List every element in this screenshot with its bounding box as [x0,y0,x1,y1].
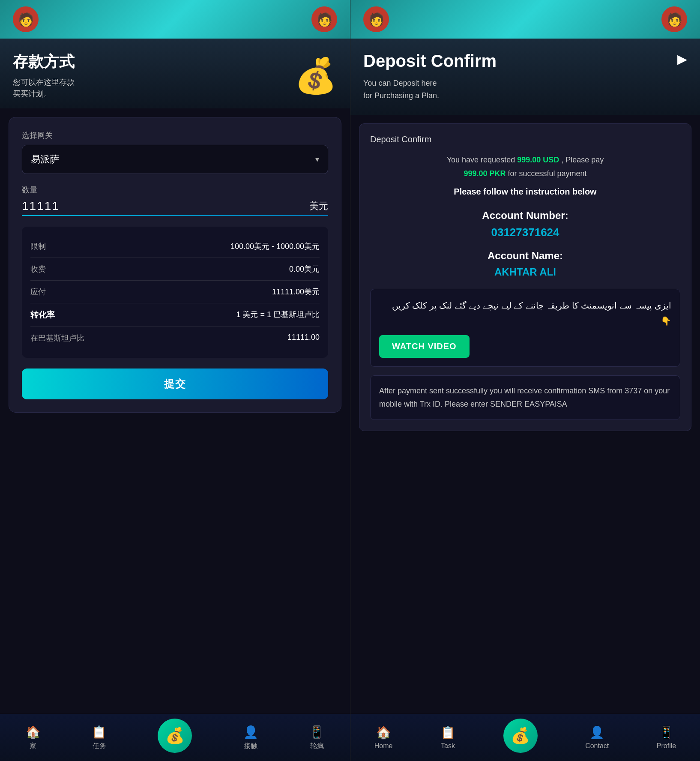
contact-icon-right: 👤 [589,725,604,740]
nav-task-left[interactable]: 📋 任务 [92,725,107,751]
fee-value: 0.00美元 [289,264,320,274]
gateway-value: 易派萨 [31,153,59,166]
task-label-right: Task [441,742,455,750]
task-icon: 📋 [92,725,107,739]
roulette-icon: 📱 [309,725,324,739]
gateway-label: 选择网关 [22,130,328,141]
left-hero-text: 存款方式 您可以在这里存款 买买计划。 [13,51,75,100]
profile-icon-right: 📱 [659,725,674,740]
left-header-avatar-left[interactable]: 🧑 [13,6,39,32]
nav-contact-right[interactable]: 👤 Contact [585,725,609,750]
pkr-value: 11111.00 [287,333,320,343]
profile-label-right: Profile [657,742,676,750]
sms-instruction: After payment sent successfully you will… [370,375,680,419]
info-row-fee: 收费 0.00美元 [30,258,320,281]
right-panel: 🧑 🧑 Deposit Confirm You can Deposit here… [350,0,700,761]
nav-center-right[interactable]: 💰 [503,719,538,753]
right-header: 🧑 🧑 [350,0,700,39]
right-hero-title: Deposit Confirm [363,51,497,71]
deposit-confirm-card: Deposit Confirm You have requested 999.0… [359,123,691,431]
payable-value: 11111.00美元 [272,287,320,297]
payable-key: 应付 [30,287,46,297]
request-text: You have requested 999.00 USD , Please p… [370,153,680,181]
left-hero-title: 存款方式 [13,51,75,72]
limit-key: 限制 [30,241,46,252]
video-box: ایزی پیسہ سے انویسمنٹ کا طریقہ جاننے کے … [370,289,680,367]
left-panel: 🧑 🧑 存款方式 您可以在这里存款 买买计划。 💰 选择网关 易派萨 ▾ 数量 … [0,0,350,761]
right-header-avatar-left[interactable]: 🧑 [363,6,389,32]
limit-value: 100.00美元 - 1000.00美元 [230,241,320,252]
left-header: 🧑 🧑 [0,0,350,39]
home-icon-right: 🏠 [376,725,391,740]
right-hero-subtitle: You can Deposit here for Purchasing a Pl… [363,77,497,102]
info-row-payable: 应付 11111.00美元 [30,281,320,303]
deposit-form-card: 选择网关 易派萨 ▾ 数量 美元 限制 100.00美元 - 1000.00美元… [9,117,341,413]
nav-roulette-left[interactable]: 📱 轮疯 [309,725,324,751]
nav-center-left[interactable]: 💰 [158,719,192,753]
video-urdu-text: ایزی پیسہ سے انویسمنٹ کا طریقہ جاننے کے … [379,298,671,329]
task-icon-right: 📋 [440,725,455,740]
right-header-avatar-right[interactable]: 🧑 [661,6,687,32]
left-header-avatar-right[interactable]: 🧑 [311,6,337,32]
money-bag-icon: 💰 [165,727,185,745]
pkr-key: 在巴基斯坦卢比 [30,333,84,343]
nav-home-right[interactable]: 🏠 Home [374,725,393,750]
right-content: Deposit Confirm You have requested 999.0… [350,115,700,761]
usd-amount: 999.00 USD [517,156,559,164]
pkr-amount: 999.00 PKR [464,169,506,178]
gateway-select[interactable]: 易派萨 ▾ [22,145,328,174]
home-icon: 🏠 [26,725,41,739]
rate-key: 转化率 [30,309,55,321]
amount-unit: 美元 [309,200,328,213]
instruction-text: Please follow the instruction below [370,187,680,197]
left-bottom-nav: 🏠 家 📋 任务 💰 👤 接触 📱 轮疯 [0,714,350,761]
left-hero: 存款方式 您可以在这里存款 买买计划。 💰 [0,39,350,108]
home-label-right: Home [374,742,393,750]
nav-profile-right[interactable]: 📱 Profile [657,725,676,750]
money-bag-icon-right: 💰 [511,727,530,745]
account-name-section: Account Name: AKHTAR ALI [370,250,680,278]
nav-home-left[interactable]: 🏠 家 [26,725,41,751]
task-label: 任务 [93,742,106,751]
contact-label-right: Contact [585,742,609,750]
chevron-down-icon: ▾ [315,155,319,164]
watch-video-button[interactable]: WATCH VIDEO [379,335,470,358]
info-row-rate: 转化率 1 美元 = 1 巴基斯坦卢比 [30,303,320,327]
amount-input[interactable] [22,199,305,213]
account-number-label: Account Number: [370,210,680,222]
rate-value: 1 美元 = 1 巴基斯坦卢比 [236,309,320,321]
account-number-value: 03127371624 [370,226,680,239]
nav-contact-left[interactable]: 👤 接触 [243,725,258,751]
account-number-section: Account Number: 03127371624 [370,210,680,239]
contact-label: 接触 [244,742,257,751]
fee-key: 收费 [30,264,46,274]
info-table: 限制 100.00美元 - 1000.00美元 收费 0.00美元 应付 111… [22,227,328,358]
nav-task-right[interactable]: 📋 Task [440,725,455,750]
right-hero: Deposit Confirm You can Deposit here for… [350,39,700,115]
deposit-card-title: Deposit Confirm [370,135,680,144]
left-hero-subtitle: 您可以在这里存款 买买计划。 [13,77,75,100]
account-name-label: Account Name: [370,250,680,262]
account-name-value: AKHTAR ALI [370,266,680,278]
info-row-pkr: 在巴基斯坦卢比 11111.00 [30,327,320,349]
play-icon: ▶ [677,51,687,66]
input-underline [22,215,328,216]
submit-button[interactable]: 提交 [22,369,328,399]
wallet-icon: 💰 [294,56,337,96]
roulette-label: 轮疯 [310,742,324,751]
info-row-limit: 限制 100.00美元 - 1000.00美元 [30,235,320,258]
right-bottom-nav: 🏠 Home 📋 Task 💰 👤 Contact 📱 Profile [350,714,700,761]
amount-label: 数量 [22,185,328,195]
amount-row: 美元 [22,199,328,213]
home-label: 家 [30,742,36,751]
contact-icon: 👤 [243,725,258,739]
right-hero-text: Deposit Confirm You can Deposit here for… [363,51,497,102]
